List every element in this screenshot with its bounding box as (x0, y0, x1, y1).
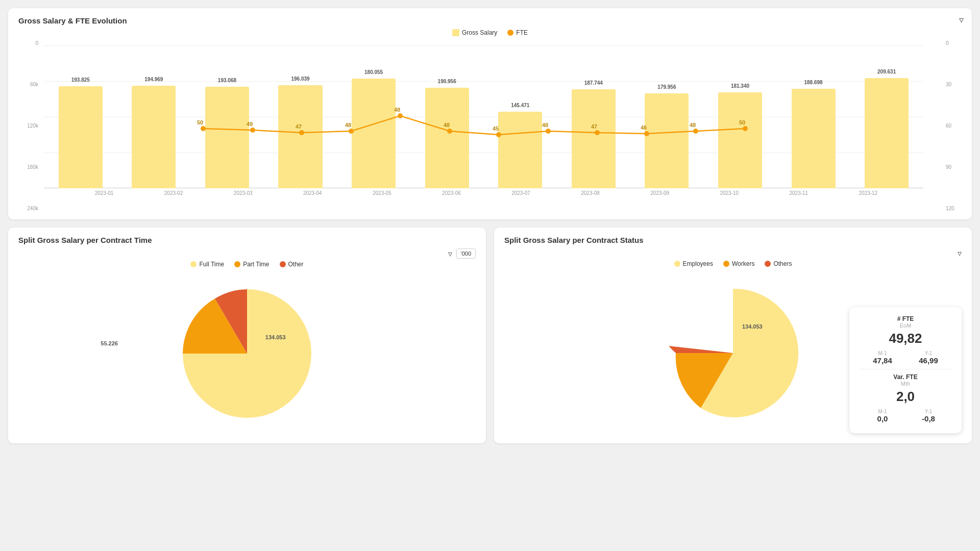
bar-label-2023-05: 180.055 (364, 69, 383, 75)
fte-var-m1-y1-row: M-1 0,0 Y-1 -0,8 (860, 409, 951, 423)
bar-2023-10: 181.340 (703, 45, 777, 188)
x-label-07: 2023-07 (486, 188, 555, 196)
bar-2023-03: 193.068 (190, 45, 264, 188)
bar-chart-area: 240k 180k 120k 60k 0 120 90 60 30 0 (18, 40, 962, 211)
fte-var-title: Var. FTE (860, 373, 951, 381)
fte-divider (860, 369, 951, 369)
legend-workers-icon (723, 261, 729, 267)
fte-title: # FTE (860, 315, 951, 322)
fte-m1-col: M-1 47,84 (860, 350, 905, 365)
y-axis-left: 240k 180k 120k 60k 0 (18, 40, 41, 211)
legend-others: Others (765, 260, 792, 267)
gross-salary-card: Gross Salary & FTE Evolution ▿ Gross Sal… (8, 8, 972, 219)
bar-2023-08: 187.744 (557, 45, 630, 188)
gross-salary-title: Gross Salary & FTE Evolution (18, 16, 962, 25)
fte-m1-y1-row: M-1 47,84 Y-1 46,99 (860, 350, 951, 365)
bar-label-2023-12: 209.631 (877, 69, 896, 74)
contract-status-toolbar: ▿ (504, 248, 962, 258)
bar-label-2023-06: 190.956 (438, 79, 456, 84)
filter-icon[interactable]: ▿ (959, 15, 964, 25)
bottom-row: Split Gross Salary per Contract Time ▿ '… (8, 228, 972, 443)
x-label-03: 2023-03 (208, 188, 278, 196)
legend-employees-icon (674, 261, 680, 267)
contract-time-pie-area: 134.053 55.226 (18, 272, 476, 435)
x-label-01: 2023-01 (69, 188, 139, 196)
fte-y1-value: 46,99 (905, 356, 951, 365)
legend-fte: FTE (507, 29, 528, 36)
legend-parttime: Part Time (234, 261, 269, 268)
bar-2023-11: 188.698 (777, 45, 850, 188)
fte-info-box: # FTE EoM 49,82 M-1 47,84 Y-1 46,99 Var.… (849, 307, 962, 433)
chart-legend: Gross Salary FTE (18, 29, 962, 36)
x-label-11: 2023-11 (764, 188, 834, 196)
legend-other-icon (280, 261, 286, 267)
fte-m1-label: M-1 (860, 350, 905, 356)
y-axis-right: 120 90 60 30 0 (944, 40, 962, 211)
dashboard: Gross Salary & FTE Evolution ▿ Gross Sal… (0, 0, 980, 551)
fte-var-y1-value: -0,8 (905, 414, 951, 423)
contract-status-title: Split Gross Salary per Contract Status (504, 236, 962, 244)
x-label-08: 2023-08 (556, 188, 625, 196)
bar-2023-02: 194.969 (117, 45, 191, 188)
legend-employees-label: Employees (683, 260, 713, 267)
legend-fulltime: Full Time (190, 261, 224, 268)
fte-y1-col: Y-1 46,99 (905, 350, 951, 365)
contract-time-title: Split Gross Salary per Contract Time (18, 236, 476, 244)
legend-others-label: Others (773, 260, 792, 267)
legend-fulltime-label: Full Time (199, 261, 224, 268)
legend-other: Other (280, 261, 304, 268)
x-label-09: 2023-09 (625, 188, 695, 196)
fte-var-m1-label: M-1 (860, 409, 905, 414)
contract-time-unit-button[interactable]: '000 (456, 248, 476, 259)
legend-parttime-label: Part Time (243, 261, 269, 268)
contract-time-card: Split Gross Salary per Contract Time ▿ '… (8, 228, 486, 443)
fte-var-y1-label: Y-1 (905, 409, 951, 414)
fte-y1-label: Y-1 (905, 350, 951, 356)
legend-gross-salary: Gross Salary (452, 29, 497, 36)
fte-subtitle: EoM (860, 322, 951, 329)
x-label-02: 2023-02 (139, 188, 208, 196)
contract-status-filter-icon[interactable]: ▿ (958, 248, 962, 258)
x-label-10: 2023-10 (695, 188, 764, 196)
contract-time-legend: Full Time Part Time Other (18, 261, 476, 268)
x-axis: 2023-01 2023-02 2023-03 2023-04 2023-05 … (44, 188, 923, 196)
legend-parttime-icon (234, 261, 240, 267)
bar-label-2023-04: 196.039 (291, 76, 309, 82)
pie-label-55: 55.226 (101, 340, 118, 346)
fte-m1-value: 47,84 (860, 356, 905, 365)
contract-time-filter-icon[interactable]: ▿ (448, 249, 452, 259)
bar-2023-09: 179.956 (630, 45, 704, 188)
bar-2023-01: 193.825 (44, 45, 117, 188)
bar-2023-12: 209.631 (850, 45, 923, 188)
legend-employees: Employees (674, 260, 713, 267)
fte-var-m1-value: 0,0 (860, 414, 905, 423)
bar-2023-07: 145.471 (483, 45, 557, 188)
contract-status-card: Split Gross Salary per Contract Status ▿… (494, 228, 972, 443)
bar-label-2023-09: 179.956 (657, 84, 676, 90)
bar-label-2023-10: 181.340 (731, 83, 749, 89)
bar-label-2023-11: 188.698 (804, 80, 822, 85)
fte-var-y1-col: Y-1 -0,8 (905, 409, 951, 423)
bar-2023-05: 180.055 (337, 45, 410, 188)
legend-fte-label: FTE (516, 29, 528, 36)
bar-label-2023-02: 194.969 (144, 77, 163, 82)
legend-gross-salary-icon (452, 29, 459, 36)
x-label-06: 2023-06 (416, 188, 486, 196)
fte-var-main: 2,0 (860, 389, 951, 405)
legend-gross-salary-label: Gross Salary (462, 29, 497, 36)
contract-time-pie (176, 282, 318, 425)
bar-label-2023-07: 145.471 (511, 103, 529, 108)
fte-var-subtitle: Mth (860, 381, 951, 387)
filter-button[interactable]: ▿ (959, 14, 964, 26)
contract-status-pie (662, 282, 804, 424)
bar-label-2023-08: 187.744 (584, 80, 603, 86)
contract-time-toolbar: ▿ '000 (18, 248, 476, 259)
legend-fulltime-icon (190, 261, 197, 267)
fte-var-m1-col: M-1 0,0 (860, 409, 905, 423)
legend-others-icon (765, 261, 771, 267)
bars-container: 193.825 194.969 193.068 (44, 45, 923, 188)
legend-workers: Workers (723, 260, 754, 267)
x-label-05: 2023-05 (347, 188, 416, 196)
legend-fte-icon (507, 30, 513, 36)
contract-status-legend: Employees Workers Others (504, 260, 962, 267)
